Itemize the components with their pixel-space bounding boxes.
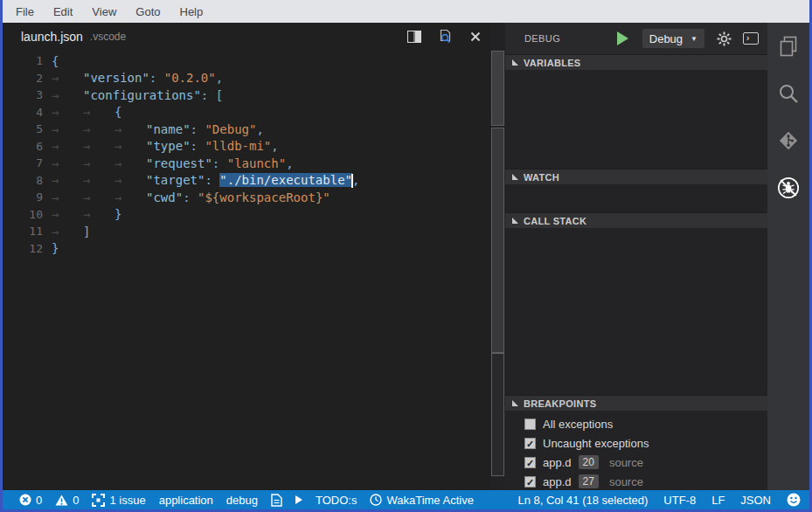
breakpoint-checkbox[interactable]: ✓ (524, 457, 536, 468)
breakpoint-checkbox[interactable]: ✓ (524, 476, 536, 488)
line-number[interactable]: 9 (3, 190, 43, 204)
code-line-5[interactable]: 5→→→"name": "Debug", (3, 121, 490, 138)
line-number[interactable]: 11 (3, 225, 43, 238)
scrollbar-thumb-top[interactable] (491, 51, 504, 126)
line-number[interactable]: 4 (3, 106, 43, 119)
status-todos[interactable]: TODO:s (316, 494, 357, 507)
warning-count[interactable]: 0 (55, 494, 79, 507)
scrollbar-thumb-mid[interactable] (491, 128, 504, 353)
code-line-11[interactable]: 11→] (3, 223, 490, 240)
code-line-9[interactable]: 9→→→"cwd": "${workspaceRoot}" (3, 189, 490, 206)
twistie-icon (512, 218, 518, 224)
breakpoint-line-badge: 27 (579, 474, 599, 488)
tab-whitespace-arrow: → (52, 105, 83, 119)
status-play-icon[interactable] (295, 495, 302, 504)
section-header-watch[interactable]: WATCH (505, 169, 767, 184)
line-number[interactable]: 8 (3, 174, 43, 187)
status-wakatime[interactable]: WakaTime Active (370, 494, 473, 507)
section-header-variables[interactable]: VARIABLES (505, 54, 767, 70)
menu-bar: FileEditViewGotoHelp (3, 0, 809, 23)
breakpoint-checkbox[interactable] (524, 419, 536, 430)
explorer-files-icon[interactable] (776, 34, 801, 59)
section-header-call-stack[interactable]: CALL STACK (505, 212, 767, 228)
language-mode[interactable]: JSON (740, 494, 771, 507)
report-file-icon[interactable] (271, 494, 282, 507)
tab-whitespace-arrow: → (83, 105, 115, 119)
tab-folder-hint: .vscode (90, 31, 126, 43)
code-token-key: "type" (146, 139, 191, 153)
line-number[interactable]: 2 (3, 72, 43, 85)
code-token-str: "0.2.0" (164, 71, 216, 85)
encoding-indicator[interactable]: UTF-8 (663, 494, 696, 507)
breakpoint-row[interactable]: ✓Uncaught exceptions (505, 433, 767, 453)
status-application[interactable]: application (159, 494, 213, 507)
breakpoint-row[interactable]: All exceptions (505, 414, 767, 433)
watch-label: WATCH (524, 172, 559, 183)
scrollbar-track-bottom[interactable] (491, 353, 504, 476)
menu-view[interactable]: View (82, 5, 126, 18)
breakpoint-label: Uncaught exceptions (543, 437, 649, 450)
breakpoint-checkbox[interactable]: ✓ (524, 438, 536, 449)
activity-bar (767, 23, 809, 490)
open-preview-icon[interactable] (437, 29, 453, 45)
breakpoints-body: All exceptions✓Uncaught exceptions✓app.d… (505, 411, 767, 490)
chevron-down-icon: ▼ (691, 35, 697, 43)
cursor-position[interactable]: Ln 8, Col 41 (18 selected) (517, 494, 648, 507)
line-number[interactable]: 10 (3, 208, 43, 221)
line-number[interactable]: 12 (3, 242, 43, 255)
breakpoint-row[interactable]: ✓app.d20source (505, 453, 767, 472)
debug-no-bug-icon[interactable] (776, 176, 801, 200)
section-header-breakpoints[interactable]: BREAKPOINTS (505, 395, 767, 411)
code-line-3[interactable]: 3→"configurations": [ (3, 86, 490, 104)
call-stack-body[interactable] (505, 228, 767, 395)
code-line-2[interactable]: 2→"version": "0.2.0", (3, 70, 490, 87)
code-token-p: : (212, 156, 227, 170)
debug-config-dropdown[interactable]: Debug ▼ (642, 29, 704, 48)
debug-console-icon[interactable]: › (743, 32, 759, 45)
watch-body[interactable] (505, 184, 767, 212)
code-token-str: "launch" (227, 156, 286, 170)
debug-settings-gear-icon[interactable] (717, 31, 732, 46)
tab-whitespace-arrow: → (83, 207, 115, 221)
search-icon[interactable] (776, 81, 801, 106)
split-editor-icon[interactable] (406, 29, 422, 45)
variables-body[interactable] (505, 70, 767, 169)
tab-whitespace-arrow: → (52, 225, 83, 239)
status-debug[interactable]: debug (226, 494, 258, 507)
tab-whitespace-arrow: → (52, 139, 83, 153)
line-number[interactable]: 5 (3, 122, 43, 135)
code-line-1[interactable]: 1{ (3, 52, 490, 70)
breakpoint-row[interactable]: ✓app.d27source (505, 472, 767, 490)
editor-pane[interactable]: launch.json .vscode (3, 23, 490, 490)
debug-sidebar: DEBUG Debug ▼ (505, 23, 767, 490)
feedback-smiley-icon[interactable] (787, 493, 801, 507)
source-control-git-icon[interactable] (776, 128, 801, 153)
code-line-12[interactable]: 12} (3, 240, 490, 258)
menu-help[interactable]: Help (170, 5, 213, 18)
editor-scrollbar[interactable] (490, 23, 505, 490)
code-token-p: : (205, 173, 219, 187)
error-count[interactable]: 0 (19, 494, 42, 507)
close-editor-icon[interactable] (468, 29, 483, 45)
code-line-7[interactable]: 7→→→"request": "launch", (3, 155, 490, 172)
code-area[interactable]: 1{2→"version": "0.2.0",3→"configurations… (3, 51, 490, 490)
eol-indicator[interactable]: LF (711, 494, 725, 507)
code-token-key: "target" (146, 173, 205, 187)
start-debug-button[interactable] (617, 31, 628, 45)
tab-launch-json[interactable]: launch.json (21, 30, 83, 44)
line-number[interactable]: 7 (3, 156, 43, 170)
line-number[interactable]: 6 (3, 140, 43, 153)
issues-indicator[interactable]: 1 issue (92, 494, 145, 507)
breakpoints-label: BREAKPOINTS (524, 398, 596, 409)
menu-goto[interactable]: Goto (126, 5, 170, 18)
line-number[interactable]: 1 (3, 54, 43, 67)
tab-whitespace-arrow: → (115, 173, 146, 187)
line-number[interactable]: 3 (3, 88, 43, 101)
code-line-4[interactable]: 4→→{ (3, 104, 490, 121)
code-line-8[interactable]: 8→→→"target": "./bin/executable", (3, 172, 490, 190)
menu-file[interactable]: File (6, 5, 44, 18)
code-line-10[interactable]: 10→→} (3, 206, 490, 224)
menu-edit[interactable]: Edit (44, 5, 82, 18)
code-line-6[interactable]: 6→→→"type": "lldb-mi", (3, 138, 490, 156)
breakpoint-line-badge: 20 (579, 455, 599, 469)
